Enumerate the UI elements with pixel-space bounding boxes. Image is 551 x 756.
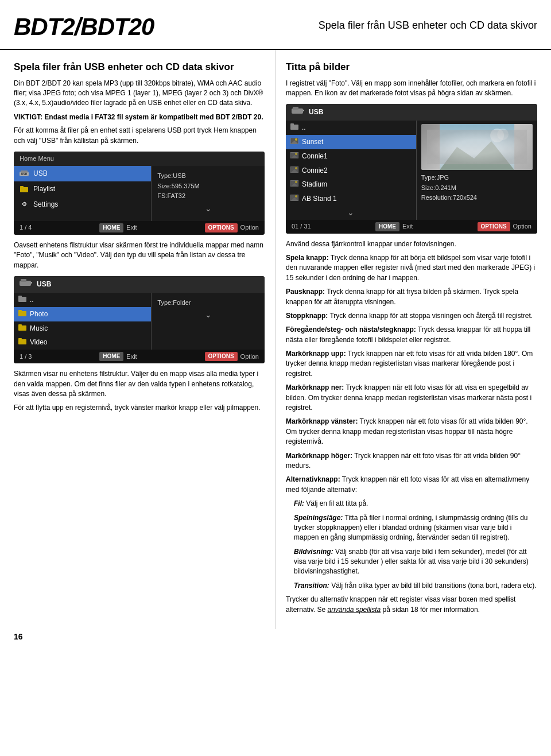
usb-drive-icon (20, 279, 32, 290)
home-button2[interactable]: HOME (99, 352, 123, 361)
file-item-music[interactable]: Music (14, 321, 151, 336)
fil-text: Välj en fil att titta på. (306, 499, 368, 507)
ner-heading: Markörknapp ner: (286, 383, 344, 391)
vanster-para: Markörknapp vänster: Tryck knappen när e… (286, 417, 537, 447)
stopp-text: Tryck denna knapp för att stoppa visning… (329, 312, 533, 320)
menu-item-settings-label: Settings (33, 200, 145, 210)
menu-item-playlist[interactable]: Playlist (14, 181, 151, 197)
file-item-up[interactable]: .. (14, 293, 151, 307)
intro-text: Din BDT 2/BDT 20 kan spela MP3 (upp till… (14, 79, 265, 108)
file-item-music-label: Music (30, 324, 48, 334)
detail-type: Type:USB (157, 172, 259, 180)
photo-item-sunset[interactable]: Sunset (286, 135, 416, 149)
fore-heading: Föregående/steg- och nästa/stegknapp: (286, 325, 416, 334)
vanster-heading: Markörknapp vänster: (286, 417, 358, 425)
screen3-title-text: USB (309, 107, 323, 117)
detail-type2: Type:Folder (157, 298, 259, 307)
titta-heading: Titta på bilder (286, 60, 537, 74)
svg-rect-12 (18, 325, 26, 331)
fil-para: Fil: Välj en fil att titta på. (286, 499, 537, 509)
step1-text: För att komma åt filer på en enhet satt … (14, 126, 265, 146)
ner-para: Markörknapp ner: Tryck knappen när ett f… (286, 383, 537, 413)
file-item-video[interactable]: Video (14, 335, 151, 350)
svg-rect-7 (31, 282, 32, 284)
exit-label3: Exit (402, 222, 413, 231)
option-label: Option (240, 223, 259, 232)
photo-item-up[interactable]: .. (286, 121, 416, 135)
left-column: Spela filer från USB enheter och CD data… (0, 50, 276, 629)
svg-rect-19 (290, 125, 298, 130)
photo-abstand-label: AB Stand 1 (302, 194, 337, 204)
anvand-text: Använd dessa fjärrkontroll knappar under… (286, 239, 537, 249)
fil-heading: Fil: (294, 499, 304, 507)
options-button2[interactable]: OPTIONS (205, 352, 238, 361)
svg-text:USB: USB (21, 172, 28, 176)
screen2-caption: Skärmen visar nu enhetens filstruktur. V… (14, 369, 265, 399)
warning-text: VIKTIGT: Endast media i FAT32 fil system… (14, 113, 265, 122)
photo-item-stadium[interactable]: Stadium (286, 177, 416, 192)
alternativ-para: Alternativknapp: Tryck knappen när ett f… (286, 475, 537, 495)
bildvisning-para: Bildvisning: Välj snabb (för att visa va… (286, 547, 537, 577)
image-icon-sunset (290, 137, 298, 147)
footer-options: OPTIONS Option (205, 223, 259, 232)
detail-size3: Size:0.241M (421, 184, 533, 192)
menu-item-playlist-label: Playlist (33, 184, 145, 194)
svg-rect-15 (18, 338, 22, 340)
folder-music-icon (18, 324, 26, 334)
options-button[interactable]: OPTIONS (205, 223, 238, 232)
screen2-body: .. Photo Music (14, 293, 265, 350)
option-label2: Option (240, 352, 259, 361)
svg-rect-4 (20, 186, 24, 188)
photo-stadium-label: Stadium (302, 180, 327, 189)
usb-icon: USB (20, 170, 29, 177)
menu-item-usb-label: USB (33, 169, 145, 179)
scroll-down2: ⌄ (157, 308, 259, 322)
screen1-detail-panel: Type:USB Size:595.375M FS:FAT32 ⌄ (152, 166, 265, 221)
photo-item-connie2[interactable]: Connie2 (286, 164, 416, 178)
photo-sunset-label: Sunset (302, 137, 323, 147)
usb-browser-screen: USB .. Photo (14, 276, 265, 363)
detail-type3: Type:JPG (421, 173, 533, 182)
svg-marker-37 (440, 141, 514, 170)
screen1-page: 1 / 4 (20, 223, 32, 232)
image-icon-abstand (290, 194, 298, 204)
transition-text: Välj från olika typer av bild till bild … (331, 581, 537, 590)
transition-para: Transition: Välj från olika typer av bil… (286, 581, 537, 591)
home-button[interactable]: HOME (99, 223, 123, 232)
trycker-para: Trycker du alternativ knappen när ett re… (286, 595, 537, 615)
exit-label: Exit (126, 223, 137, 232)
photo-item-abstand[interactable]: AB Stand 1 (286, 192, 416, 206)
left-main-heading: Spela filer från USB enheter och CD data… (14, 60, 265, 74)
photo-connie2-label: Connie2 (302, 166, 328, 176)
detail-fs: FS:FAT32 (157, 192, 259, 200)
svg-rect-9 (18, 296, 22, 297)
options-button3[interactable]: OPTIONS (478, 222, 510, 231)
svg-rect-11 (18, 310, 22, 312)
screen2-footer: 1 / 3 HOME Exit OPTIONS Option (14, 350, 265, 363)
svg-point-38 (490, 129, 504, 142)
detail-size: Size:595.375M (157, 182, 259, 191)
svg-rect-3 (20, 187, 28, 192)
page-header: BDT2/BDT20 Spela filer från USB enheter … (0, 0, 551, 50)
screen2-title-text: USB (37, 280, 51, 289)
menu-item-settings[interactable]: ⚙ Settings (14, 197, 151, 212)
spela-para: Spela knapp: Tryck denna knapp för att b… (286, 253, 537, 283)
page-title: BDT2/BDT20 (14, 10, 154, 44)
menu-item-usb[interactable]: USB USB (14, 166, 151, 181)
alternativ-heading: Alternativknapp: (286, 475, 340, 483)
home-button3[interactable]: HOME (375, 222, 399, 231)
oavsett-text: Oavsett enhetens filstruktur visar skärm… (14, 241, 265, 270)
svg-rect-8 (18, 297, 26, 302)
file-item-photo[interactable]: Photo (14, 307, 151, 321)
photo-up-icon (290, 123, 298, 133)
svg-rect-14 (18, 339, 26, 344)
photo-item-connie1[interactable]: Connie1 (286, 149, 416, 164)
anvanda-spellista-link[interactable]: använda spellista (328, 606, 381, 614)
usb-drive-icon2 (292, 107, 304, 118)
image-icon-connie2 (290, 166, 298, 176)
page-body: Spela filer från USB enheter och CD data… (0, 50, 551, 629)
svg-rect-6 (21, 279, 26, 282)
photo-up-label: .. (302, 123, 306, 133)
spela-heading: Spela knapp: (286, 254, 329, 262)
screen3-page: 01 / 31 (292, 222, 311, 231)
